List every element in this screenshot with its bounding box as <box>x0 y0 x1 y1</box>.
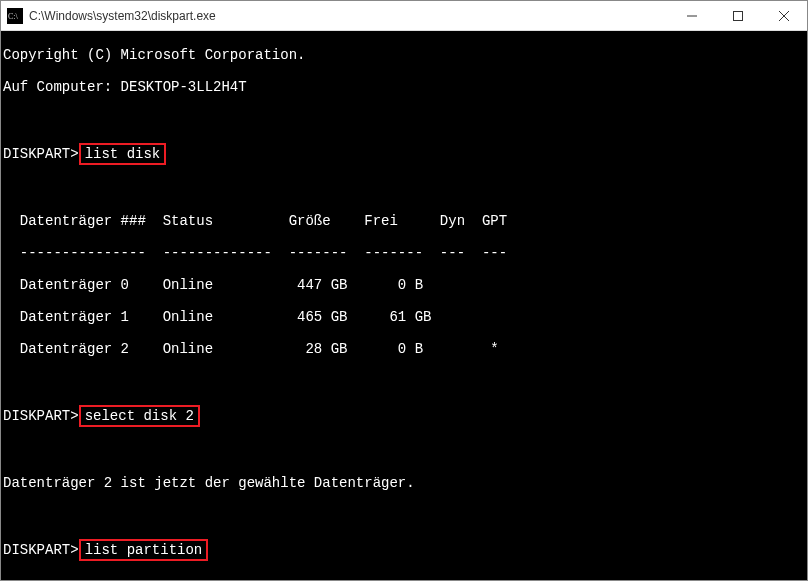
prompt-select-disk: DISKPART> select disk 2 <box>3 405 805 427</box>
window-titlebar: C:\ C:\Windows\system32\diskpart.exe <box>1 1 807 31</box>
maximize-button[interactable] <box>715 1 761 31</box>
blank-line <box>3 577 805 581</box>
disk-table-row: Datenträger 2 Online 28 GB 0 B * <box>3 341 805 357</box>
blank-line <box>3 373 805 389</box>
copyright-line: Copyright (C) Microsoft Corporation. <box>3 47 805 63</box>
prompt: DISKPART> <box>3 408 79 424</box>
blank-line <box>3 443 805 459</box>
disk-table-row: Datenträger 1 Online 465 GB 61 GB <box>3 309 805 325</box>
svg-rect-3 <box>734 11 743 20</box>
cmd-select-disk: select disk 2 <box>79 405 200 427</box>
console-icon: C:\ <box>7 8 23 24</box>
prompt-list-partition: DISKPART> list partition <box>3 539 805 561</box>
disk-table-header: Datenträger ### Status Größe Frei Dyn GP… <box>3 213 805 229</box>
blank-line <box>3 111 805 127</box>
disk-table-row: Datenträger 0 Online 447 GB 0 B <box>3 277 805 293</box>
disk-table-separator: --------------- ------------- ------- --… <box>3 245 805 261</box>
svg-text:C:\: C:\ <box>8 12 19 21</box>
prompt: DISKPART> <box>3 542 79 558</box>
close-button[interactable] <box>761 1 807 31</box>
prompt-list-disk: DISKPART> list disk <box>3 143 805 165</box>
cmd-list-partition: list partition <box>79 539 209 561</box>
blank-line <box>3 507 805 523</box>
minimize-button[interactable] <box>669 1 715 31</box>
cmd-list-disk: list disk <box>79 143 167 165</box>
window-controls <box>669 1 807 31</box>
computer-line: Auf Computer: DESKTOP-3LL2H4T <box>3 79 805 95</box>
terminal[interactable]: Copyright (C) Microsoft Corporation. Auf… <box>1 31 807 581</box>
prompt: DISKPART> <box>3 146 79 162</box>
msg-disk-selected: Datenträger 2 ist jetzt der gewählte Dat… <box>3 475 805 491</box>
window-title: C:\Windows\system32\diskpart.exe <box>29 9 669 23</box>
blank-line <box>3 181 805 197</box>
